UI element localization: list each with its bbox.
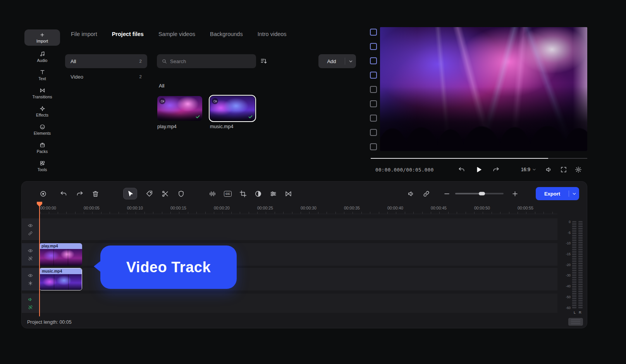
sidebar-item[interactable]: Text (24, 67, 60, 84)
link-icon[interactable] (28, 231, 33, 236)
sidebar-item[interactable]: Tools (24, 158, 60, 175)
check-icon (195, 114, 200, 119)
zoom-in-icon[interactable] (511, 190, 519, 197)
zoom-slider-handle[interactable] (479, 192, 485, 196)
aspect-ratio-selector[interactable]: 16:9 (521, 167, 536, 172)
contrast-icon[interactable] (255, 190, 262, 197)
timeline-ruler[interactable]: 00:00:0000:00:0500:00:1000:00:1500:00:20… (40, 204, 557, 214)
search-input[interactable] (170, 58, 251, 64)
adjust-sliders-icon[interactable] (270, 190, 277, 197)
media-filter-row[interactable]: Video 2 (65, 70, 147, 84)
meter-db-scale: 0-5-10-15-20-30-40-50-60 (563, 220, 572, 309)
toggle-visibility-icon[interactable] (28, 273, 33, 278)
export-dropdown[interactable] (569, 192, 579, 196)
timeline-audio-icon[interactable] (408, 190, 415, 197)
meter-expand-button[interactable] (568, 318, 583, 326)
video-preview[interactable] (380, 27, 587, 151)
sort-icon[interactable] (260, 57, 268, 65)
media-clip-name: play.mp4 (157, 124, 203, 129)
audio-waveform-icon[interactable] (209, 190, 216, 197)
record-icon[interactable] (40, 190, 47, 197)
captions-button[interactable]: CC (224, 191, 232, 197)
db-label: -60 (566, 306, 571, 310)
check-icon (248, 114, 253, 119)
video-track-callout: Video Track (100, 246, 237, 289)
settings-gear-icon[interactable] (575, 166, 582, 173)
media-panel: Import Audio Text Transitions Effects El… (21, 25, 370, 180)
sidebar-item[interactable]: Packs (24, 139, 60, 156)
next-frame-icon[interactable] (492, 166, 499, 173)
timeline-clip-play[interactable]: play.mp4 (39, 243, 82, 266)
audio-unlink-icon[interactable] (28, 305, 33, 310)
crop-icon[interactable] (239, 190, 247, 197)
timeline-zoom-slider[interactable] (455, 193, 504, 194)
sidebar-item[interactable]: Transitions (24, 85, 60, 102)
audio-track-lane[interactable] (39, 294, 557, 313)
sidebar-item[interactable]: Elements (24, 121, 60, 138)
media-tab[interactable]: Project files (112, 31, 144, 37)
delete-icon[interactable] (92, 190, 99, 197)
plus-icon (40, 32, 45, 38)
tools-icon (40, 160, 45, 166)
add-button[interactable]: Add (318, 54, 356, 68)
add-button-label: Add (318, 58, 345, 64)
link-icon[interactable] (423, 190, 430, 197)
db-label: -50 (566, 295, 571, 299)
playhead-line[interactable] (39, 205, 40, 316)
transition-icon[interactable] (285, 190, 292, 197)
media-tabs: File importProject filesSample videosBac… (71, 31, 287, 37)
previous-frame-icon[interactable] (458, 166, 465, 173)
sidebar-item[interactable]: Effects (24, 103, 60, 120)
media-tab[interactable]: Backgrounds (210, 31, 243, 37)
media-clip-thumbnail[interactable] (210, 96, 255, 121)
media-tab[interactable]: File import (71, 31, 97, 37)
chevron-down-icon (572, 192, 576, 196)
freeze-icon[interactable] (28, 281, 33, 286)
volume-icon[interactable] (545, 166, 552, 173)
unlink-icon[interactable] (28, 256, 33, 261)
split-scissors-icon[interactable] (162, 190, 169, 197)
channel-label: L (574, 311, 576, 314)
media-clip-name: music.mp4 (210, 124, 256, 129)
package-icon (40, 142, 45, 148)
filter-count: 2 (139, 74, 142, 79)
smiley-icon (40, 124, 45, 130)
filter-count: 2 (139, 59, 142, 64)
audio-enabled-icon[interactable] (28, 297, 33, 302)
undo-icon[interactable] (60, 190, 67, 197)
ruler-timestamp: 00:00:20 (214, 206, 230, 210)
sidebar-item-label: Text (38, 76, 46, 81)
media-tab[interactable]: Intro videos (258, 31, 287, 37)
sidebar-item-label: Packs (37, 149, 48, 154)
media-section-title: All (159, 83, 164, 89)
search-box[interactable] (157, 54, 256, 68)
timeline-clip-music[interactable]: music.mp4 (39, 268, 82, 290)
toggle-visibility-icon[interactable] (28, 248, 33, 253)
fullscreen-icon[interactable] (560, 166, 567, 173)
zoom-out-icon[interactable] (443, 190, 451, 197)
db-label: -30 (566, 274, 571, 277)
select-tool-button[interactable] (123, 188, 137, 199)
export-button[interactable]: Export (536, 187, 579, 200)
media-clip-card[interactable]: play.mp4 (157, 96, 203, 129)
media-filter-row[interactable]: All 2 (65, 54, 147, 68)
filter-label: All (71, 58, 76, 64)
media-clip-card[interactable]: music.mp4 (210, 96, 256, 129)
toggle-visibility-icon[interactable] (28, 223, 33, 228)
zoom-slider-fill (455, 193, 482, 194)
meter-bar-right (578, 221, 583, 309)
clip-thumbnail-strip (39, 249, 82, 266)
seek-bar[interactable] (371, 158, 587, 159)
add-dropdown[interactable] (345, 59, 356, 64)
sidebar-item[interactable]: Import (24, 29, 60, 46)
sidebar-item-label: Import (36, 39, 48, 43)
video-track-lane-empty[interactable] (39, 218, 557, 240)
redo-icon[interactable] (76, 190, 83, 197)
sidebar-item[interactable]: Audio (24, 48, 60, 65)
mask-icon[interactable] (177, 190, 185, 197)
ruler-timestamp: 00:00:05 (84, 206, 100, 210)
play-button[interactable] (475, 166, 482, 173)
tag-tool-icon[interactable] (146, 190, 153, 197)
media-tab[interactable]: Sample videos (158, 31, 195, 37)
media-clip-thumbnail[interactable] (157, 96, 202, 121)
